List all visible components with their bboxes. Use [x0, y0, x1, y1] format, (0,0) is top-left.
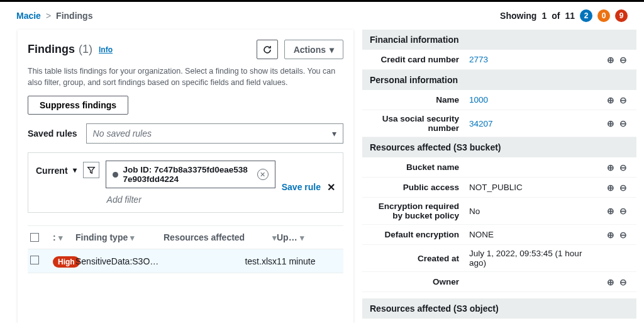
- severity-badge-red[interactable]: 9: [615, 9, 628, 22]
- breadcrumb-root[interactable]: Macie: [16, 11, 41, 21]
- key-owner: Owner: [370, 277, 465, 286]
- severity-badge-blue[interactable]: 2: [580, 9, 592, 22]
- chevron-down-icon: ▾: [330, 45, 334, 55]
- saved-rules-label: Saved rules: [28, 128, 77, 139]
- col-type[interactable]: Finding type▾: [75, 232, 164, 242]
- filter-box: Current ▾ Job ID: 7c47b8a3375fd0eae5387e…: [28, 152, 343, 213]
- chevron-down-icon[interactable]: ▾: [73, 166, 77, 174]
- zoom-out-icon[interactable]: ⊖: [618, 276, 629, 288]
- val-public-access: NOT_PUBLIC: [465, 183, 601, 192]
- col-sev[interactable]: :▾: [53, 232, 75, 242]
- zoom-in-icon[interactable]: ⊕: [605, 276, 616, 288]
- breadcrumb: Macie > Findings Showing 1 of 11 2 0 9: [0, 2, 644, 30]
- chevron-down-icon: ▾: [332, 128, 336, 139]
- suppress-findings-button[interactable]: Suppress findings: [28, 96, 128, 115]
- key-enc-req: Encryption required by bucket policy: [370, 201, 465, 220]
- val-enc-req: No: [465, 207, 601, 216]
- key-created: Created at: [370, 254, 465, 263]
- remove-filter-button[interactable]: ✕: [257, 169, 269, 180]
- saved-rules-select[interactable]: No saved rules ▾: [86, 123, 343, 144]
- breadcrumb-current: Findings: [56, 11, 92, 21]
- key-name: Name: [370, 95, 465, 105]
- save-rule-link[interactable]: Save rule: [282, 182, 321, 192]
- group-header-s3object: Resources affected (S3 object): [362, 298, 636, 319]
- showing-index: 1: [541, 11, 547, 21]
- row-checkbox[interactable]: [30, 256, 39, 264]
- key-bucket: Bucket name: [370, 162, 465, 172]
- col-upd[interactable]: Up…▾: [277, 232, 327, 242]
- group-header-financial: Financial information: [362, 30, 636, 50]
- val-name[interactable]: 1000: [465, 95, 601, 105]
- actions-dropdown[interactable]: Actions ▾: [284, 40, 343, 59]
- cell-updated: 11 minute: [277, 256, 327, 266]
- panel-description: This table lists findings for your organ…: [28, 65, 343, 88]
- group-header-s3bucket: Resources affected (S3 bucket): [362, 137, 636, 157]
- col-res[interactable]: Resources affected▾: [164, 232, 277, 242]
- group-header-personal: Personal information: [362, 70, 636, 90]
- cell-finding-type: SensitiveData:S3O…: [75, 256, 164, 266]
- zoom-in-icon[interactable]: ⊕: [605, 54, 616, 65]
- zoom-out-icon[interactable]: ⊖: [618, 229, 629, 241]
- panel-count: (1): [79, 43, 92, 56]
- zoom-in-icon[interactable]: ⊕: [605, 205, 616, 217]
- zoom-in-icon[interactable]: ⊕: [605, 229, 616, 241]
- actions-label: Actions: [294, 45, 326, 55]
- zoom-out-icon[interactable]: ⊖: [618, 162, 629, 173]
- clear-filters-button[interactable]: ✕: [327, 181, 335, 193]
- table-row[interactable]: High SensitiveData:S3O… test.xlsx 11 min…: [28, 249, 343, 273]
- zoom-in-icon[interactable]: ⊕: [605, 182, 616, 193]
- zoom-in-icon[interactable]: ⊕: [605, 94, 616, 106]
- refresh-button[interactable]: [257, 40, 278, 59]
- funnel-button[interactable]: [83, 162, 99, 178]
- findings-table: :▾ Finding type▾ Resources affected▾ Up……: [28, 225, 343, 273]
- dot-icon: [113, 172, 118, 178]
- zoom-in-icon[interactable]: ⊕: [605, 118, 616, 129]
- showing-total: 11: [565, 11, 575, 21]
- val-def-enc: NONE: [465, 230, 601, 239]
- info-link[interactable]: Info: [99, 45, 113, 54]
- zoom-out-icon[interactable]: ⊖: [618, 205, 629, 217]
- zoom-out-icon[interactable]: ⊖: [618, 94, 629, 106]
- key-public-access: Public access: [370, 183, 465, 192]
- saved-rules-placeholder: No saved rules: [93, 128, 152, 139]
- filter-chip-text: Job ID: 7c47b8a3375fd0eae5387e903fdd4224: [123, 165, 252, 184]
- filter-chip: Job ID: 7c47b8a3375fd0eae5387e903fdd4224…: [106, 161, 275, 188]
- val-created: July 1, 2022, 09:53:45 (1 hour ago): [465, 249, 601, 268]
- table-header: :▾ Finding type▾ Resources affected▾ Up……: [28, 226, 343, 249]
- key-ssn: Usa social security number: [370, 114, 465, 133]
- val-ssn[interactable]: 34207: [465, 119, 601, 128]
- funnel-icon: [87, 166, 96, 174]
- add-filter-input[interactable]: Add filter: [106, 192, 275, 207]
- panel-title: Findings: [28, 43, 75, 56]
- key-def-enc: Default encryption: [370, 230, 465, 239]
- findings-panel: Findings (1) Info Actions ▾ This table l…: [18, 30, 353, 323]
- showing-of: of: [552, 11, 560, 21]
- val-cc[interactable]: 2773: [465, 55, 601, 64]
- zoom-out-icon[interactable]: ⊖: [618, 118, 629, 129]
- cell-resource: test.xlsx: [164, 256, 277, 266]
- select-all-checkbox[interactable]: [30, 233, 39, 242]
- zoom-in-icon[interactable]: ⊕: [605, 162, 616, 173]
- showing-prefix: Showing: [500, 11, 536, 21]
- breadcrumb-separator: >: [46, 11, 51, 21]
- refresh-icon: [262, 45, 272, 55]
- filter-scope-label[interactable]: Current: [36, 166, 68, 176]
- zoom-out-icon[interactable]: ⊖: [618, 54, 629, 65]
- zoom-out-icon[interactable]: ⊖: [618, 182, 629, 193]
- detail-pane: Financial information Credit card number…: [362, 30, 636, 323]
- key-cc: Credit card number: [370, 55, 465, 64]
- showing-counter: Showing 1 of 11 2 0 9: [500, 9, 628, 22]
- severity-badge-orange[interactable]: 0: [597, 9, 610, 22]
